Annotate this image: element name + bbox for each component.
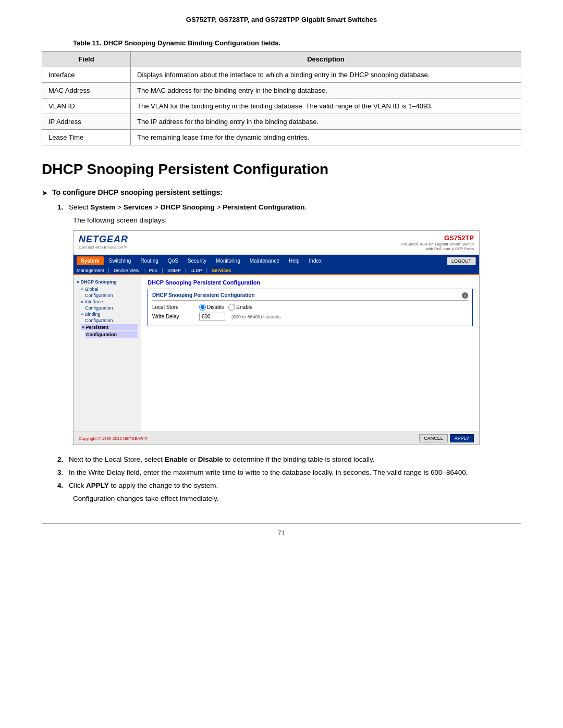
table-cell-description: The MAC address for the binding entry in… <box>131 83 521 98</box>
ng-model-desc2: with PoE and 4 SFP Ports <box>401 246 474 251</box>
table-cell-field: MAC Address <box>42 83 131 98</box>
config-note: Configuration changes take effect immedi… <box>73 495 521 502</box>
table-row: VLAN IDThe VLAN for the binding entry in… <box>42 98 521 114</box>
nav-system[interactable]: System <box>77 256 104 265</box>
step-2: 2. Next to the Local Store, select Enabl… <box>57 455 521 463</box>
table-cell-field: Interface <box>42 67 131 83</box>
steps-after-screenshot: 2. Next to the Local Store, select Enabl… <box>57 455 521 489</box>
nav-maintenance[interactable]: Maintenance <box>246 256 284 265</box>
ng-model-desc: ProSafe® 48-Port Gigabit Smart Switch <box>401 242 474 246</box>
table-caption: Table 11. DHCP Snooping Dynamic Binding … <box>73 39 521 47</box>
ng-model-name: GS752TP <box>401 234 474 242</box>
ng-branding: NETGEAR Connect with Innovation™ <box>79 234 128 250</box>
configure-step-text: To configure DHCP snooping persistent se… <box>52 188 223 196</box>
screenshot-mockup: NETGEAR Connect with Innovation™ GS752TP… <box>73 230 480 445</box>
sidebar-section-dhcp: » DHCP Snooping <box>77 279 138 285</box>
ng-inner-title-text: DHCP Snooping Persistent Configuration <box>152 292 254 299</box>
table-cell-description: The VLAN for the binding entry in the bi… <box>131 98 521 114</box>
ng-footer-buttons: CANCEL APPLY <box>419 434 474 442</box>
step-3-text: In the Write Delay field, enter the maxi… <box>69 468 468 476</box>
page-header: GS752TP, GS728TP, and GS728TPP Gigabit S… <box>42 16 521 23</box>
table-row: MAC AddressThe MAC address for the bindi… <box>42 83 521 98</box>
step-1: 1. Select System > Services > DHCP Snoop… <box>57 203 521 211</box>
step-3: 3. In the Write Delay field, enter the m… <box>57 468 521 476</box>
nav-index[interactable]: Index <box>305 256 326 265</box>
ng-sidebar: » DHCP Snooping » Global Configuration »… <box>74 275 141 431</box>
apply-button[interactable]: APPLY <box>450 434 474 442</box>
write-delay-label: Write Delay <box>152 314 199 319</box>
table-cell-description: The IP address for the binding entry in … <box>131 114 521 130</box>
subnav-lldp[interactable]: LLDP <box>190 268 202 273</box>
nav-routing[interactable]: Routing <box>136 256 162 265</box>
sidebar-binding-config-sub[interactable]: Configuration <box>85 318 138 323</box>
sidebar-persistent-config-sub[interactable]: Configuration <box>85 331 138 338</box>
following-screen-text: The following screen displays: <box>73 216 521 224</box>
local-store-label: Local Store <box>152 304 199 310</box>
sidebar-interface-config-sub[interactable]: Configuration <box>85 305 138 311</box>
ng-model-info: GS752TP ProSafe® 48-Port Gigabit Smart S… <box>401 234 474 251</box>
step-2-disable: Disable <box>198 455 223 463</box>
sidebar-global-config[interactable]: » Global <box>81 287 138 292</box>
ng-inner-title: DHCP Snooping Persistent Configuration i <box>152 292 468 301</box>
col-header-description: Description <box>131 52 521 67</box>
ng-panel-title: DHCP Snooping Persistent Configuration <box>148 279 473 286</box>
nav-security[interactable]: Security <box>183 256 211 265</box>
local-store-radio-group: Disable Enable <box>199 304 253 311</box>
radio-enable-input[interactable] <box>228 304 235 311</box>
step-1-persistent: Persistent Configuration <box>223 203 305 211</box>
local-store-value: Disable Enable <box>199 304 253 311</box>
radio-disable[interactable]: Disable <box>199 304 224 311</box>
ng-subnav: Management | Device View | PoE | SNMP | … <box>74 267 479 275</box>
radio-disable-input[interactable] <box>199 304 206 311</box>
arrow-icon: ➤ <box>42 189 48 197</box>
configure-step-intro: ➤ To configure DHCP snooping persistent … <box>42 188 521 197</box>
nav-qos[interactable]: QoS <box>164 256 182 265</box>
nav-monitoring[interactable]: Monitoring <box>212 256 244 265</box>
write-delay-hint: (600 to 86400) seconds <box>231 314 281 319</box>
subnav-snmp[interactable]: SNMP <box>167 268 181 273</box>
sidebar-persistent-config[interactable]: » Persistent <box>81 324 138 330</box>
write-delay-value: (600 to 86400) seconds <box>199 313 281 320</box>
step-2-enable: Enable <box>165 455 188 463</box>
ng-navbar: System Switching Routing QoS Security Mo… <box>74 255 479 267</box>
ng-logo-sub: Connect with Innovation™ <box>79 245 128 250</box>
header-title: GS752TP, GS728TP, and GS728TPP Gigabit S… <box>186 16 377 23</box>
dhcp-binding-table: Field Description InterfaceDisplays info… <box>42 51 521 145</box>
sidebar-binding-config[interactable]: » Binding <box>81 312 138 317</box>
logout-button[interactable]: LOGOUT <box>447 257 476 265</box>
table-cell-description: Displays information about the interface… <box>131 67 521 83</box>
step-1-text: Select System > Services > DHCP Snooping… <box>69 203 521 211</box>
table-cell-field: Lease Time <box>42 130 131 145</box>
radio-enable[interactable]: Enable <box>228 304 252 311</box>
step-1-num: 1. <box>57 203 69 211</box>
nav-switching[interactable]: Switching <box>105 256 136 265</box>
ng-content: » DHCP Snooping » Global Configuration »… <box>74 275 479 431</box>
cancel-button[interactable]: CANCEL <box>419 434 448 442</box>
table-row: Lease TimeThe remaining lease time for t… <box>42 130 521 145</box>
table-cell-field: VLAN ID <box>42 98 131 114</box>
subnav-management[interactable]: Management <box>77 268 104 273</box>
page-footer: 71 <box>42 523 521 537</box>
section-heading: DHCP Snooping Persistent Configuration <box>42 161 521 178</box>
numbered-steps: 1. Select System > Services > DHCP Snoop… <box>57 203 521 211</box>
subnav-poe[interactable]: PoE <box>149 268 158 273</box>
ng-info-icon: i <box>462 292 468 299</box>
step-4: 4. Click APPLY to apply the change to th… <box>57 482 521 489</box>
ng-footer: Copyright © 1996-2012 NETGEAR ® CANCEL A… <box>74 431 479 445</box>
write-delay-input[interactable] <box>199 313 225 320</box>
col-header-field: Field <box>42 52 131 67</box>
table-cell-field: IP Address <box>42 114 131 130</box>
ng-logo: NETGEAR <box>79 234 128 245</box>
sidebar-interface-config[interactable]: » Interface <box>81 299 138 304</box>
sidebar-global-config-sub[interactable]: Configuration <box>85 293 138 298</box>
ng-main-panel: DHCP Snooping Persistent Configuration D… <box>141 275 479 431</box>
step-4-text: Click APPLY to apply the change to the s… <box>69 482 218 489</box>
table-cell-description: The remaining lease time for the dynamic… <box>131 130 521 145</box>
nav-help[interactable]: Help <box>285 256 304 265</box>
step-1-services: Services <box>124 203 153 211</box>
write-delay-field: Write Delay (600 to 86400) seconds <box>152 313 468 320</box>
subnav-deviceview[interactable]: Device View <box>114 268 139 273</box>
subnav-services[interactable]: Services <box>212 268 231 273</box>
step-1-dhcp: DHCP Snooping <box>161 203 215 211</box>
step-1-system: System <box>90 203 115 211</box>
